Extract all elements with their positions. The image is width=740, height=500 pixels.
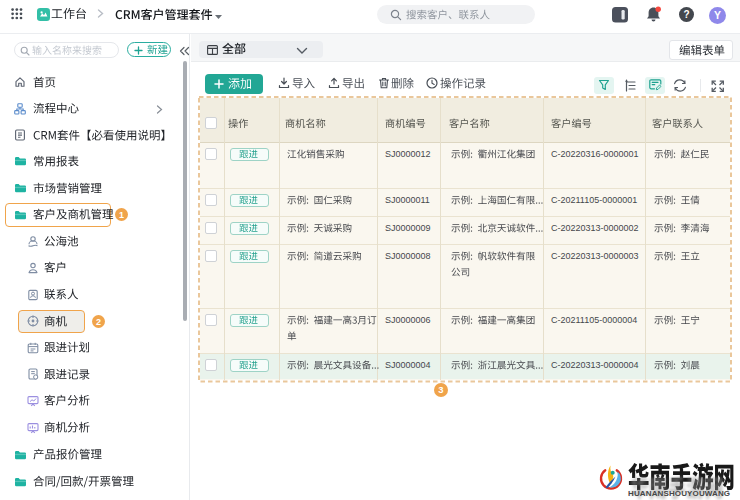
svg-text:3: 3 xyxy=(438,384,443,395)
svg-text:2: 2 xyxy=(95,316,100,326)
svg-text:1: 1 xyxy=(119,210,124,220)
svg-text:Y: Y xyxy=(714,9,721,21)
svg-text:?: ? xyxy=(683,9,689,20)
